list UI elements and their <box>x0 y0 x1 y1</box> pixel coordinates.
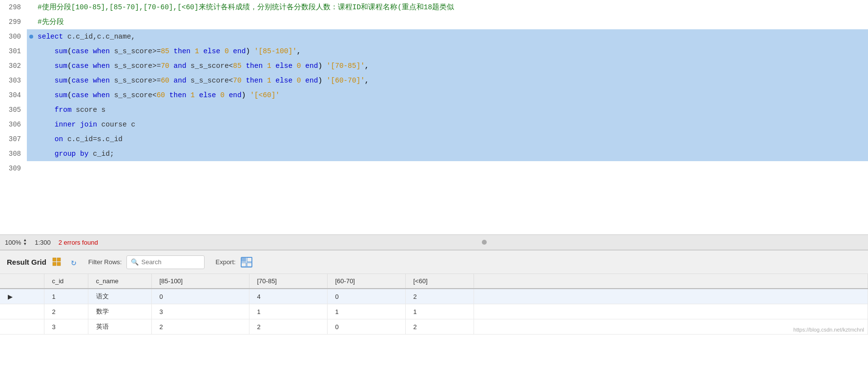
code-line-298: 298 #使用分段[100-85],[85-70],[70-60],[<60]来… <box>0 0 868 15</box>
cell-60-70-1: 0 <box>327 289 405 304</box>
grid-view-icon[interactable] <box>51 256 63 268</box>
line-content-301: sum(case when s_s_score>=85 then 1 else … <box>36 44 868 59</box>
line-dot-300 <box>27 29 36 44</box>
line-dot-309 <box>27 161 36 176</box>
line-content-305: from score s <box>36 103 868 117</box>
svg-rect-1 <box>57 258 61 261</box>
line-content-304: sum(case when s_s_score<60 then 1 else 0… <box>36 88 868 103</box>
svg-rect-2 <box>53 262 56 266</box>
export-icon[interactable] <box>241 256 252 268</box>
line-dot-304 <box>27 88 36 103</box>
table-row[interactable]: 2 数学 3 1 1 1 <box>0 304 868 319</box>
code-line-301: 301 sum(case when s_s_score>=85 then 1 e… <box>0 44 868 59</box>
search-input[interactable] <box>141 258 200 266</box>
svg-rect-0 <box>53 258 56 261</box>
cell-cname-2: 数学 <box>88 304 151 319</box>
col-header-70-85[interactable]: [70-85] <box>249 274 327 289</box>
row-arrow-3 <box>0 319 44 335</box>
code-line-299: 299 #先分段 <box>0 15 868 29</box>
line-content-308: group by c_id; <box>36 147 868 161</box>
code-line-302: 302 sum(case when s_s_score>=70 and s_s_… <box>0 59 868 73</box>
result-table-wrapper: c_id c_name [85-100] [70-85] [60-70] [<6… <box>0 274 868 335</box>
col-header-85-100[interactable]: [85-100] <box>151 274 249 289</box>
cell-cid-1: 1 <box>44 289 88 304</box>
watermark: https://blog.csdn.net/kztmchnl <box>793 327 864 333</box>
code-line-309: 309 <box>0 161 868 176</box>
scroll-dot <box>482 240 487 245</box>
search-box[interactable]: 🔍 <box>126 255 205 269</box>
svg-rect-6 <box>247 257 252 262</box>
scroll-indicator <box>106 240 863 245</box>
search-icon: 🔍 <box>131 258 139 266</box>
svg-rect-8 <box>247 263 252 267</box>
export-icon-svg <box>241 257 252 268</box>
line-content-302: sum(case when s_s_score>=70 and s_s_scor… <box>36 59 868 73</box>
zoom-down-arrow[interactable]: ▼ <box>23 242 27 246</box>
code-line-307: 307 on c.c_id=s.c_id <box>0 132 868 147</box>
svg-rect-7 <box>241 263 246 267</box>
line-dot-301 <box>27 44 36 59</box>
status-zoom[interactable]: 100% ▲ ▼ <box>5 238 27 246</box>
cell-85-100-2: 3 <box>151 304 249 319</box>
code-line-308: 308 group by c_id; <box>0 147 868 161</box>
code-line-303: 303 sum(case when s_s_score>=60 and s_s_… <box>0 73 868 88</box>
result-grid-title: Result Grid <box>7 258 46 266</box>
result-grid-container: Result Grid ↻ Filter Rows: 🔍 Export: <box>0 250 868 335</box>
refresh-icon[interactable]: ↻ <box>68 256 80 268</box>
cell-60-70-2: 1 <box>327 304 405 319</box>
code-line-306: 306 inner join course c <box>0 117 868 132</box>
line-number-306: 306 <box>0 117 27 132</box>
line-number-307: 307 <box>0 132 27 147</box>
table-row[interactable]: ▶ 1 语文 0 4 0 2 <box>0 289 868 304</box>
col-header-empty <box>0 274 44 289</box>
line-dot-305 <box>27 103 36 117</box>
status-bar: 100% ▲ ▼ 1:300 2 errors found <box>0 234 868 250</box>
col-header-cname[interactable]: c_name <box>88 274 151 289</box>
line-number-298: 298 <box>0 0 27 15</box>
line-number-304: 304 <box>0 88 27 103</box>
line-content-303: sum(case when s_s_score>=60 and s_s_scor… <box>36 73 868 88</box>
row-arrow-2 <box>0 304 44 319</box>
code-line-305: 305 from score s <box>0 103 868 117</box>
line-content-298: #使用分段[100-85],[85-70],[70-60],[<60]来统计各科… <box>36 0 868 15</box>
zoom-level: 100% <box>5 239 21 246</box>
cell-70-85-1: 4 <box>249 289 327 304</box>
line-number-300: 300 <box>0 29 27 44</box>
zoom-arrows[interactable]: ▲ ▼ <box>23 238 27 246</box>
col-header-extra <box>474 274 868 289</box>
result-grid-header: Result Grid ↻ Filter Rows: 🔍 Export: <box>0 251 868 274</box>
cell-lt60-1: 2 <box>405 289 474 304</box>
col-header-lt60[interactable]: [<60] <box>405 274 474 289</box>
code-line-300: 300 select c.c_id,c.c_name, <box>0 29 868 44</box>
code-line-304: 304 sum(case when s_s_score<60 then 1 el… <box>0 88 868 103</box>
line-content-299: #先分段 <box>36 15 868 29</box>
cursor-position: 1:300 <box>35 239 51 246</box>
line-dot-299 <box>27 15 36 29</box>
line-number-299: 299 <box>0 15 27 29</box>
result-table: c_id c_name [85-100] [70-85] [60-70] [<6… <box>0 274 868 335</box>
filter-label: Filter Rows: <box>88 258 122 266</box>
cell-60-70-3: 0 <box>327 319 405 335</box>
code-editor[interactable]: 298 #使用分段[100-85],[85-70],[70-60],[<60]来… <box>0 0 868 234</box>
cell-cid-2: 2 <box>44 304 88 319</box>
line-dot-307 <box>27 132 36 147</box>
line-content-309 <box>36 161 868 176</box>
svg-rect-3 <box>57 262 61 266</box>
line-number-305: 305 <box>0 103 27 117</box>
cell-lt60-2: 1 <box>405 304 474 319</box>
line-number-308: 308 <box>0 147 27 161</box>
col-header-60-70[interactable]: [60-70] <box>327 274 405 289</box>
line-dot-302 <box>27 59 36 73</box>
table-row[interactable]: 3 英语 2 2 0 2 <box>0 319 868 335</box>
error-count: 2 errors found <box>59 239 98 246</box>
cell-85-100-3: 2 <box>151 319 249 335</box>
export-label: Export: <box>215 258 235 266</box>
line-number-309: 309 <box>0 161 27 176</box>
cell-lt60-3: 2 <box>405 319 474 335</box>
cell-cid-3: 3 <box>44 319 88 335</box>
cell-70-85-3: 2 <box>249 319 327 335</box>
grid-icon-svg <box>52 257 62 267</box>
col-header-cid[interactable]: c_id <box>44 274 88 289</box>
line-number-301: 301 <box>0 44 27 59</box>
svg-rect-5 <box>241 257 246 262</box>
